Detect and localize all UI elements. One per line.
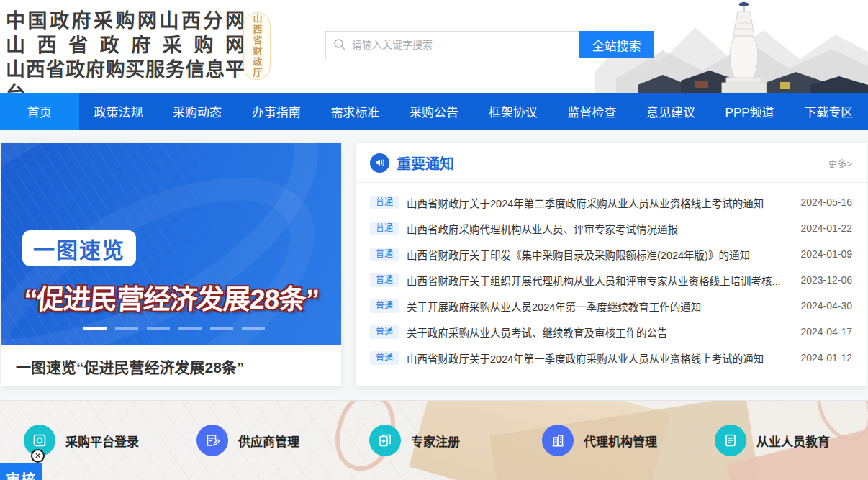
notice-date: 2024-01-22 <box>800 222 852 234</box>
supplier-edit-doc-icon <box>196 425 228 456</box>
notice-row: 普通 山西省财政厅关于2024年第二季度政府采购从业人员从业资格线上考试的通知 … <box>370 189 852 215</box>
notices-header: 重要通知 更多> <box>356 143 867 183</box>
notice-tag: 普通 <box>370 325 399 339</box>
quick-links-strip: 采购平台登录 供应商管理 专家注册 <box>0 400 868 480</box>
notice-link[interactable]: 关于开展政府采购从业人员2024年第一季度继续教育工作的通知 <box>407 299 800 314</box>
quick-link-label: 采购平台登录 <box>65 432 139 450</box>
page: 中国政府采购网山西分网 山西省政府采购网 山西省政府购买服务信息平台 山西省财政… <box>0 0 868 480</box>
site-header: 中国政府采购网山西分网 山西省政府采购网 山西省政府购买服务信息平台 山西省财政… <box>0 0 868 93</box>
nav-item-procurement-news[interactable]: 采购动态 <box>158 93 237 130</box>
quick-link-label: 专家注册 <box>411 432 460 450</box>
quick-link-agency-management[interactable]: 代理机构管理 <box>542 425 657 456</box>
notice-row: 普通 山西省政府采购代理机构从业人员、评审专家考试情况通报 2024-01-22 <box>370 215 852 241</box>
notices-panel: 重要通知 更多> 普通 山西省财政厅关于2024年第二季度政府采购从业人员从业资… <box>356 143 867 386</box>
notice-link[interactable]: 山西省财政厅关于2024年第一季度政府采购从业人员从业资格线上考试的通知 <box>407 350 800 366</box>
carousel-caption[interactable]: 一图速览“促进民营经济发展28条” <box>1 345 341 386</box>
education-doc-icon <box>715 425 746 456</box>
notice-date: 2024-05-16 <box>800 196 852 208</box>
notice-link[interactable]: 山西省政府采购代理机构从业人员、评审专家考试情况通报 <box>407 221 800 236</box>
expert-register-doc-icon <box>369 425 401 456</box>
nav-item-announcements[interactable]: 采购公告 <box>394 93 474 130</box>
search-button[interactable]: 全站搜索 <box>579 31 654 58</box>
carousel-dot-2[interactable] <box>115 327 138 330</box>
nav-item-ppp[interactable]: PPP频道 <box>710 93 790 130</box>
nav-item-home[interactable]: 首页 <box>0 93 79 130</box>
quick-link-label: 代理机构管理 <box>584 432 657 450</box>
notice-date: 2023-12-06 <box>800 274 852 286</box>
notice-tag: 普通 <box>370 351 399 365</box>
notice-tag: 普通 <box>370 248 399 261</box>
carousel-dot-4[interactable] <box>178 327 202 330</box>
carousel-dot-6[interactable] <box>242 327 265 330</box>
nav-item-downloads[interactable]: 下载专区 <box>789 93 868 130</box>
notice-link[interactable]: 山西省财政厅关于组织开展代理机构从业人员和评审专家从业资格线上培训考核... <box>407 273 800 288</box>
notice-row: 普通 关于政府采购从业人员考试、继续教育及审核工作的公告 2024-04-17 <box>370 319 852 345</box>
notice-date: 2024-04-17 <box>800 326 852 338</box>
notice-row: 普通 关于开展政府采购从业人员2024年第一季度继续教育工作的通知 2024-0… <box>370 293 852 319</box>
notices-list: 普通 山西省财政厅关于2024年第二季度政府采购从业人员从业资格线上考试的通知 … <box>356 183 867 371</box>
notice-date: 2024-01-12 <box>800 352 852 363</box>
nav-item-feedback[interactable]: 意见建议 <box>631 93 710 130</box>
notice-link[interactable]: 关于政府采购从业人员考试、继续教育及审核工作的公告 <box>407 325 800 340</box>
quick-link-label: 从业人员教育 <box>756 432 830 450</box>
notice-link[interactable]: 山西省财政厅关于印发《集中采购目录及采购限额标准(2024年版)》的通知 <box>407 247 800 262</box>
carousel-dots <box>83 327 265 330</box>
banner-badge: 一图速览 <box>22 230 136 266</box>
notice-date: 2024-04-30 <box>800 300 852 312</box>
nav-item-framework[interactable]: 框架协议 <box>474 93 553 130</box>
main-nav: 首页 政策法规 采购动态 办事指南 需求标准 采购公告 框架协议 监督检查 意见… <box>0 93 868 130</box>
search-box <box>325 31 579 58</box>
quick-link-expert-registration[interactable]: 专家注册 <box>369 425 460 456</box>
close-icon[interactable]: ✕ <box>31 449 45 463</box>
nav-item-supervision[interactable]: 监督检查 <box>552 93 631 130</box>
notice-tag: 普通 <box>370 299 399 313</box>
agency-building-icon <box>542 425 574 456</box>
notice-date: 2024-01-09 <box>800 248 852 260</box>
notice-link[interactable]: 山西省财政厅关于2024年第二季度政府采购从业人员从业资格线上考试的通知 <box>407 195 800 210</box>
nav-item-guide[interactable]: 办事指南 <box>237 93 316 130</box>
carousel-slide[interactable]: 一图速览 “促进民营经济发展28条” <box>1 143 341 345</box>
search-icon <box>333 38 346 51</box>
notices-title: 重要通知 <box>397 153 828 173</box>
quick-link-label: 供应商管理 <box>238 432 299 450</box>
carousel-dot-3[interactable] <box>147 327 170 330</box>
logo-line-2: 山西省政府采购网 <box>6 33 245 58</box>
carousel-card: 一图速览 “促进民营经济发展28条” 一图速览“促进民营经济发展28条” <box>1 143 341 386</box>
site-search: 全站搜索 <box>325 31 654 58</box>
notice-row: 普通 山西省财政厅关于组织开展代理机构从业人员和评审专家从业资格线上培训考核..… <box>370 267 852 293</box>
carousel-dot-1[interactable] <box>83 327 107 330</box>
notice-tag: 普通 <box>370 222 399 235</box>
site-logo: 中国政府采购网山西分网 山西省政府采购网 山西省政府购买服务信息平台 <box>6 9 245 107</box>
announcement-icon <box>370 153 389 173</box>
nav-item-standards[interactable]: 需求标准 <box>316 93 395 130</box>
notice-row: 普通 山西省财政厅关于2024年第一季度政府采购从业人员从业资格线上考试的通知 … <box>370 345 852 371</box>
carousel-dot-5[interactable] <box>210 327 233 330</box>
notice-tag: 普通 <box>370 196 399 209</box>
notice-row: 普通 山西省财政厅关于印发《集中采购目录及采购限额标准(2024年版)》的通知 … <box>370 241 852 267</box>
quick-link-personnel-education[interactable]: 从业人员教育 <box>715 425 830 456</box>
quick-link-supplier-management[interactable]: 供应商管理 <box>196 425 299 456</box>
notices-more-link[interactable]: 更多> <box>828 156 852 170</box>
nav-item-policies[interactable]: 政策法规 <box>79 93 158 130</box>
banner-slogan: “促进民营经济发展28条” <box>1 277 341 317</box>
search-input[interactable] <box>325 31 579 58</box>
audit-floating-widget[interactable]: 审核 <box>0 463 42 480</box>
notice-tag: 普通 <box>370 273 399 287</box>
logo-line-1: 中国政府采购网山西分网 <box>6 9 245 33</box>
finance-department-seal: 山西省财政厅 <box>243 12 271 80</box>
